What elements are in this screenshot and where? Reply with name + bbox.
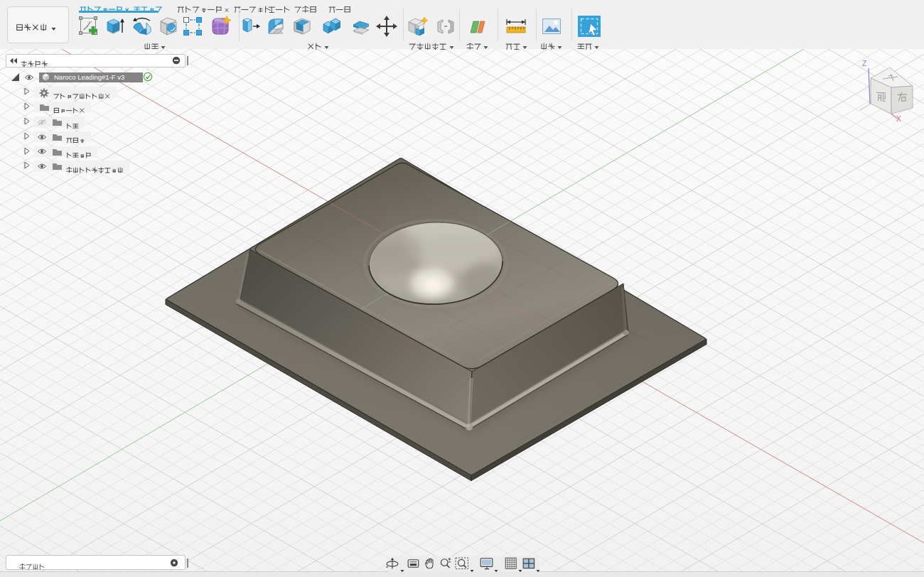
svg-text:Z: Z: [862, 60, 866, 68]
svg-text:X: X: [896, 115, 901, 123]
